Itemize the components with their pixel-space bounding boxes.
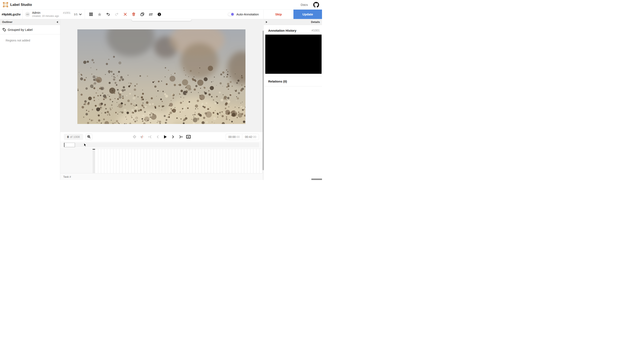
timeline-seeker[interactable]: [64, 142, 259, 147]
scrollbar-thumb[interactable]: [262, 31, 264, 170]
grouping-label: Grouped by Label: [8, 28, 32, 31]
task-footer-label: Task #: [63, 175, 71, 178]
time-duration: 00:42:00: [242, 135, 259, 139]
app-header: Label Studio Docs: [0, 0, 322, 9]
time-display: 00:00:00 00:42:00: [226, 134, 259, 140]
time-position: 00:00:00: [226, 135, 242, 139]
task-id: #9pb8Lgs2iv: [0, 9, 22, 19]
grouped-by-label-control[interactable]: Grouped by Label: [0, 25, 60, 34]
timeline-overlay-icon[interactable]: [186, 135, 191, 139]
reject-icon[interactable]: [122, 12, 128, 17]
outliner-title: Outliner: [2, 20, 12, 23]
annotation-history-id: #1001: [312, 29, 320, 32]
delete-icon[interactable]: [131, 12, 136, 17]
annotation-toolbar: #9pb8Lgs2iv AD Admin #1001 created, 19 m…: [0, 9, 322, 19]
auto-annotation-label: Auto-Annotation: [236, 12, 259, 16]
redo-icon[interactable]: [114, 12, 119, 17]
info-icon[interactable]: [156, 12, 162, 17]
annotation-pager[interactable]: 1/1: [73, 9, 85, 19]
annotation-history-preview[interactable]: [265, 34, 322, 74]
star-icon[interactable]: [97, 12, 102, 17]
update-button[interactable]: Update: [294, 9, 322, 19]
playhead-tick: [92, 149, 95, 150]
next-frame-icon[interactable]: [171, 135, 176, 139]
relations-label: Relations (0): [268, 80, 287, 83]
avatar: AD: [25, 12, 30, 17]
docs-link[interactable]: Docs: [301, 3, 308, 6]
next-keyframe-icon[interactable]: [178, 135, 183, 139]
timeline-playhead-column[interactable]: [92, 149, 95, 173]
tag-icon: [2, 28, 6, 31]
regions-empty-message: Regions not added: [0, 34, 60, 42]
details-panel: Details Annotation History #1001 Relatio…: [264, 19, 322, 180]
annotation-history-title: Annotation History: [268, 29, 296, 32]
outliner-panel: Outliner Grouped by Label Regions not ad…: [0, 19, 60, 180]
video-canvas-area: [60, 19, 262, 132]
annotation-id: #1001: [63, 11, 70, 14]
mouse-cursor: [84, 143, 86, 147]
add-keyframe-icon[interactable]: [132, 135, 137, 139]
main-annotation-area: 0 of 1008: [60, 19, 262, 180]
task-footer: Task #: [60, 173, 262, 180]
interpolation-icon[interactable]: [140, 135, 144, 139]
timeline-zoom-button[interactable]: [86, 134, 92, 140]
timeline-frames-grid[interactable]: [95, 149, 262, 173]
video-controls-bar: 0 of 1008: [60, 132, 262, 141]
pager-count: 1/1: [74, 13, 78, 16]
playback-controls: [132, 135, 191, 139]
grid-view-icon[interactable]: [88, 12, 94, 17]
collapse-details-icon[interactable]: [266, 21, 267, 23]
previous-frame-icon[interactable]: [155, 135, 160, 139]
auto-annotation-block: Auto-Annotation: [228, 9, 264, 19]
relations-swap-icon[interactable]: [148, 12, 154, 17]
frame-counter[interactable]: 0 of 1008: [64, 134, 83, 140]
duplicate-icon[interactable]: [140, 12, 145, 17]
github-icon[interactable]: [313, 2, 319, 8]
timeline-frames-area: [60, 149, 262, 173]
previous-keyframe-icon[interactable]: [148, 135, 152, 139]
main-vertical-scrollbar[interactable]: [262, 19, 264, 180]
app-title: Label Studio: [10, 3, 32, 7]
collapse-outliner-icon[interactable]: [56, 21, 58, 23]
details-title: Details: [311, 20, 320, 23]
annotation-created-info: created, 19 minutes ago: [32, 14, 70, 17]
timeline-labels-column: [60, 149, 92, 173]
chevron-down-icon: [79, 13, 82, 15]
toolbar-actions: [85, 9, 164, 19]
label-studio-logo-icon: [3, 2, 8, 7]
frame-current: 0: [67, 135, 69, 139]
video-frame[interactable]: [77, 29, 246, 124]
undo-icon[interactable]: [105, 12, 111, 17]
toggle-knob: [231, 13, 234, 16]
seeker-viewport-handle[interactable]: [64, 143, 75, 147]
annotator-name: Admin: [32, 11, 40, 14]
skip-button[interactable]: Skip: [264, 9, 294, 19]
zoom-in-icon: [87, 135, 91, 139]
horizontal-scrollbar-thumb[interactable]: [311, 179, 322, 180]
frame-total: of 1008: [70, 135, 80, 139]
auto-annotation-toggle[interactable]: [228, 12, 234, 16]
play-icon[interactable]: [163, 135, 168, 139]
annotator-block[interactable]: AD Admin #1001 created, 19 minutes ago: [22, 9, 73, 19]
floating-toolbar-edge: [132, 19, 192, 21]
